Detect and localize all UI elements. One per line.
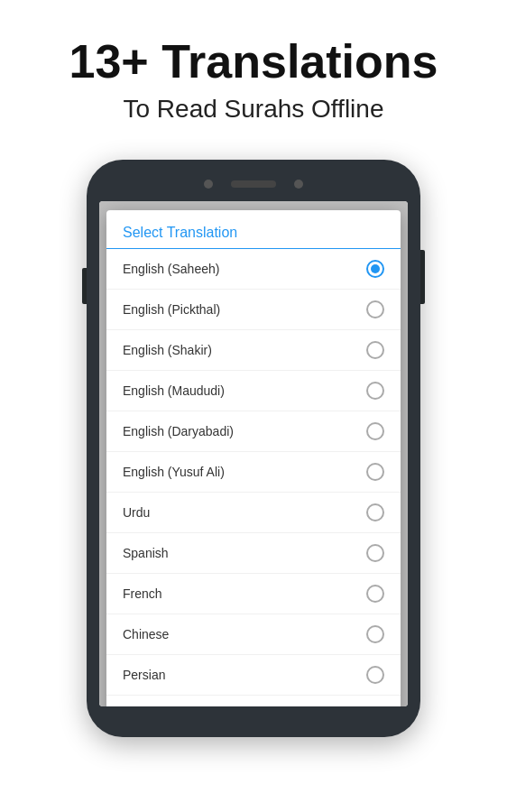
phone-body: Select Translation English (Saheeh)Engli… <box>87 160 420 737</box>
radio-button[interactable] <box>366 300 384 318</box>
subtitle: To Read Surahs Offline <box>18 95 489 124</box>
option-label: Chinese <box>123 627 169 641</box>
side-button-left <box>82 268 87 304</box>
option-label: English (Pickthal) <box>123 302 220 317</box>
phone-top-bar <box>99 176 408 192</box>
option-label: French <box>123 586 162 601</box>
dialog-title: Select Translation <box>123 225 384 241</box>
phone-wrapper: Select Translation English (Saheeh)Engli… <box>87 160 420 812</box>
option-label: English (Saheeh) <box>123 262 219 276</box>
radio-button[interactable] <box>366 260 384 278</box>
option-item[interactable]: English (Pickthal) <box>106 290 401 330</box>
option-item[interactable]: Persian <box>106 655 401 696</box>
option-item[interactable]: English (Yusuf Ali) <box>106 452 401 493</box>
option-label: Persian <box>123 668 165 682</box>
main-title: 13+ Translations <box>18 36 489 88</box>
phone-screen: Select Translation English (Saheeh)Engli… <box>99 201 408 706</box>
radio-button[interactable] <box>366 544 384 562</box>
option-label: Spanish <box>123 546 169 560</box>
radio-inner <box>371 264 380 273</box>
phone-speaker <box>231 180 276 188</box>
radio-button[interactable] <box>366 422 384 440</box>
option-item[interactable]: Spanish <box>106 533 401 574</box>
option-label: English (Shakir) <box>123 343 212 357</box>
radio-button[interactable] <box>366 382 384 400</box>
radio-button[interactable] <box>366 341 384 359</box>
option-label: Urdu <box>123 505 150 520</box>
dialog-title-area: Select Translation <box>106 210 401 249</box>
option-label: English (Daryabadi) <box>123 424 234 438</box>
radio-button[interactable] <box>366 463 384 481</box>
phone-camera-right <box>294 180 303 189</box>
option-item[interactable]: English (Saheeh) <box>106 249 401 290</box>
radio-button[interactable] <box>366 666 384 684</box>
option-label: English (Maududi) <box>123 383 225 398</box>
options-list: English (Saheeh)English (Pickthal)Englis… <box>106 249 401 706</box>
side-button-right <box>420 250 425 304</box>
phone-camera <box>204 180 213 189</box>
option-item[interactable]: Chinese <box>106 614 401 655</box>
radio-button[interactable] <box>366 585 384 603</box>
option-item[interactable]: English (Shakir) <box>106 330 401 371</box>
option-item[interactable]: English (Daryabadi) <box>106 411 401 452</box>
top-section: 13+ Translations To Read Surahs Offline <box>0 0 507 142</box>
option-item[interactable]: Italian <box>106 696 401 706</box>
option-item[interactable]: Urdu <box>106 493 401 533</box>
radio-button[interactable] <box>366 503 384 521</box>
option-label: English (Yusuf Ali) <box>123 465 225 479</box>
option-item[interactable]: English (Maududi) <box>106 371 401 411</box>
translation-dialog: Select Translation English (Saheeh)Engli… <box>106 210 401 706</box>
option-item[interactable]: French <box>106 574 401 614</box>
radio-button[interactable] <box>366 625 384 643</box>
